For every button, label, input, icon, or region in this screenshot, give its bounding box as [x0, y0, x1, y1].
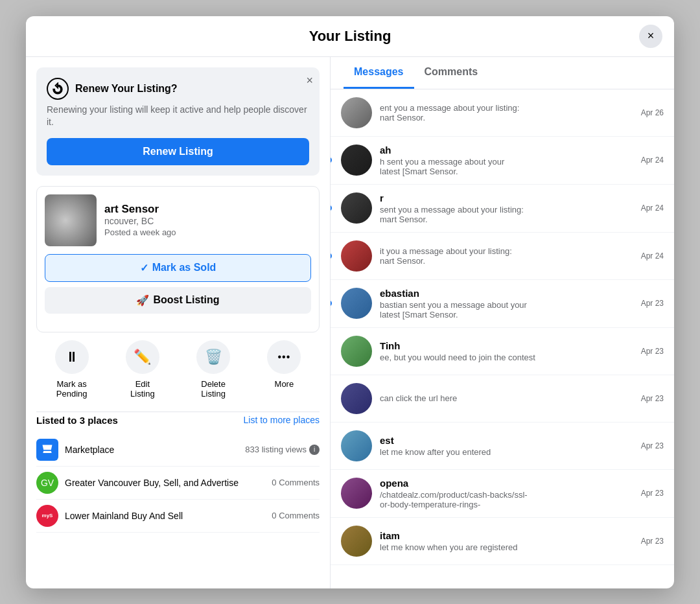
avatar	[341, 526, 372, 557]
tabs-row: Messages Comments	[331, 57, 674, 89]
message-preview: h sent you a message about yourlatest [S…	[380, 157, 628, 176]
message-date: Apr 23	[641, 441, 664, 450]
message-preview: it you a message about your listing:nart…	[380, 246, 628, 266]
unread-dot	[331, 205, 332, 211]
delete-listing-label: DeleteListing	[201, 379, 226, 399]
edit-icon: ✏️	[134, 349, 151, 366]
message-preview: let me know after you entered	[380, 447, 628, 457]
modal-header: Your Listing ×	[26, 16, 674, 57]
unread-dot	[331, 253, 332, 259]
message-item[interactable]: ah h sent you a message about yourlatest…	[331, 137, 674, 185]
left-panel: × Renew Your Listing? Renewing your list…	[26, 57, 331, 588]
marketplace-name: Marketplace	[65, 445, 239, 455]
mark-pending-action[interactable]: ⏸ Mark asPending	[55, 340, 89, 399]
message-content: est let me know after you entered	[380, 435, 628, 457]
listed-places-title: Listed to 3 places	[36, 415, 118, 426]
message-content: can click the url here	[380, 393, 628, 403]
modal-title: Your Listing	[309, 28, 391, 45]
message-preview: sent you a message about your listing:ma…	[380, 205, 628, 224]
more-circle: •••	[267, 340, 301, 374]
avatar	[341, 288, 372, 319]
unread-dot	[331, 157, 332, 163]
listing-details: art Sensor ncouver, BC Posted a week ago	[104, 203, 311, 237]
right-panel: Messages Comments ent you a message abou…	[331, 57, 674, 588]
message-item[interactable]: Tinh ee, but you would need to join the …	[331, 328, 674, 375]
checkmark-icon: ✓	[140, 262, 148, 274]
place-row-greater-van: GV Greater Vancouver Buy, Sell, and Adve…	[36, 467, 320, 500]
message-name: r	[380, 192, 628, 203]
modal-body: × Renew Your Listing? Renewing your list…	[26, 57, 674, 588]
listing-name: art Sensor	[104, 203, 311, 216]
renew-listing-button[interactable]: Renew Listing	[47, 138, 309, 165]
more-action[interactable]: ••• More	[267, 340, 301, 399]
place-row-marketplace: Marketplace 833 listing views i	[36, 434, 320, 467]
message-item[interactable]: opena /chatdealz.com/product/cash-backs/…	[331, 470, 674, 518]
delete-listing-circle: 🗑️	[196, 340, 230, 374]
avatar	[341, 240, 372, 272]
lower-mainland-icon: myS	[36, 505, 58, 527]
greater-van-name: Greater Vancouver Buy, Sell, and Adverti…	[65, 478, 265, 488]
message-content: ah h sent you a message about yourlatest…	[380, 145, 628, 176]
renew-banner-close-button[interactable]: ×	[306, 74, 313, 87]
mark-as-sold-button[interactable]: ✓ Mark as Sold	[45, 254, 311, 282]
message-date: Apr 23	[641, 394, 664, 403]
more-label: More	[275, 379, 294, 389]
messages-list: ent you a message about your listing:nar…	[331, 89, 674, 588]
avatar	[341, 145, 372, 176]
message-name: itam	[380, 530, 628, 541]
message-content: Tinh ee, but you would need to join the …	[380, 340, 628, 362]
boost-listing-button[interactable]: 🚀 Boost Listing	[45, 287, 311, 314]
message-preview: can click the url here	[380, 393, 628, 403]
list-more-places-link[interactable]: List to more places	[244, 415, 320, 425]
avatar	[341, 97, 372, 128]
boost-listing-label: Boost Listing	[153, 294, 219, 306]
message-item[interactable]: est let me know after you entered Apr 23	[331, 423, 674, 470]
message-preview: /chatdealz.com/product/cash-backs/ssl-or…	[380, 490, 628, 509]
message-name: opena	[380, 478, 628, 489]
listing-posted: Posted a week ago	[104, 227, 311, 237]
renew-banner-header: Renew Your Listing?	[47, 78, 309, 100]
avatar	[341, 478, 372, 509]
message-date: Apr 24	[641, 251, 664, 261]
greater-van-stat: 0 Comments	[272, 478, 320, 487]
modal: Your Listing × × Renew Your Listing? Ren…	[26, 16, 674, 588]
message-date: Apr 23	[641, 537, 664, 546]
listing-thumbnail	[45, 194, 97, 246]
message-preview: let me know when you are registered	[380, 542, 628, 552]
message-content: itam let me know when you are registered	[380, 530, 628, 552]
message-item[interactable]: itam let me know when you are registered…	[331, 518, 674, 565]
close-button[interactable]: ×	[639, 25, 662, 48]
listing-location: ncouver, BC	[104, 216, 311, 226]
avatar	[341, 336, 372, 367]
renew-banner: × Renew Your Listing? Renewing your list…	[36, 67, 320, 176]
message-date: Apr 24	[641, 203, 664, 213]
message-preview: bastian sent you a message about yourlat…	[380, 300, 628, 319]
info-icon[interactable]: i	[309, 445, 320, 455]
message-date: Apr 23	[641, 299, 664, 308]
listed-places-header: Listed to 3 places List to more places	[36, 412, 320, 426]
message-date: Apr 24	[641, 156, 664, 165]
message-item[interactable]: ent you a message about your listing:nar…	[331, 89, 674, 137]
message-name: ebastian	[380, 288, 628, 299]
renew-banner-title: Renew Your Listing?	[75, 83, 178, 95]
edit-listing-label: EditListing	[130, 379, 155, 399]
delete-listing-action[interactable]: 🗑️ DeleteListing	[196, 340, 230, 399]
message-name: ah	[380, 145, 628, 156]
message-item[interactable]: r sent you a message about your listing:…	[331, 185, 674, 233]
tab-comments[interactable]: Comments	[414, 57, 489, 89]
unread-dot	[331, 300, 332, 307]
message-item[interactable]: ebastian bastian sent you a message abou…	[331, 280, 674, 328]
message-date: Apr 23	[641, 347, 664, 356]
lower-mainland-name: Lower Mainland Buy And Sell	[65, 511, 265, 521]
tab-messages[interactable]: Messages	[344, 57, 414, 89]
trash-icon: 🗑️	[205, 349, 222, 366]
message-date: Apr 26	[641, 108, 664, 117]
message-item[interactable]: can click the url here Apr 23	[331, 375, 674, 423]
message-item[interactable]: it you a message about your listing:nart…	[331, 233, 674, 280]
message-content: opena /chatdealz.com/product/cash-backs/…	[380, 478, 628, 509]
mark-pending-label: Mark asPending	[56, 379, 88, 399]
action-icons-row: ⏸ Mark asPending ✏️ EditListing 🗑️ Delet…	[36, 340, 320, 399]
marketplace-stat: 833 listing views i	[245, 445, 320, 455]
renew-banner-description: Renewing your listing will keep it activ…	[47, 104, 309, 129]
edit-listing-action[interactable]: ✏️ EditListing	[126, 340, 159, 399]
